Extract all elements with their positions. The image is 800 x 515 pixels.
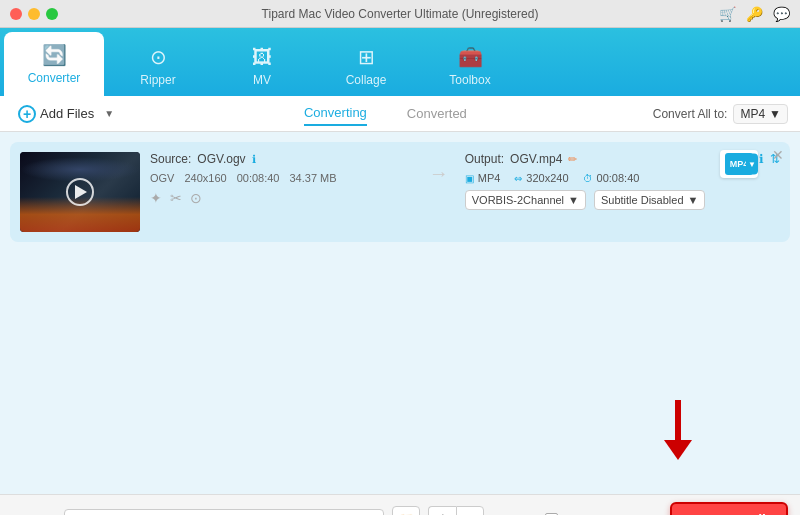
output-selects: VORBIS-2Channel ▼ Subtitle Disabled ▼ <box>465 190 780 210</box>
convert-all-to-value: MP4 <box>740 107 765 121</box>
settings-button[interactable]: ⚙ <box>428 506 456 516</box>
audio-option-label: VORBIS-2Channel <box>472 194 564 206</box>
chat-icon[interactable]: 💬 <box>773 6 790 22</box>
output-resolution-item: ⇔ 320x240 <box>514 172 568 184</box>
tab-mv[interactable]: 🖼 MV <box>212 36 312 96</box>
arrow-down-icon <box>664 440 692 460</box>
arrow-indicator <box>664 400 692 460</box>
output-format: MP4 <box>478 172 501 184</box>
audio-select-arrow: ▼ <box>568 194 579 206</box>
tab-toolbox[interactable]: 🧰 Toolbox <box>420 36 520 96</box>
output-filename: OGV.mp4 <box>510 152 562 166</box>
convert-all-to-dropdown-icon: ▼ <box>769 107 781 121</box>
close-window-button[interactable] <box>10 8 22 20</box>
settings-dropdown-button[interactable]: ▼ <box>456 506 484 516</box>
format-badge[interactable]: MP4 ▼ <box>720 150 758 178</box>
converted-tab[interactable]: Converted <box>407 102 467 125</box>
tab-mv-label: MV <box>253 73 271 87</box>
cart-icon[interactable]: 🛒 <box>719 6 736 22</box>
enhance-icon[interactable]: ✦ <box>150 190 162 206</box>
mv-icon: 🖼 <box>252 46 272 69</box>
source-label: Source: <box>150 152 191 166</box>
format-badge-dropdown[interactable]: ▼ <box>746 154 758 175</box>
key-icon[interactable]: 🔑 <box>746 6 763 22</box>
toolbox-icon: 🧰 <box>458 45 483 69</box>
clock-icon: ⏱ <box>583 173 593 184</box>
save-path-box[interactable]: /Users/ihappyacethinker/Movies/Converted… <box>64 509 384 516</box>
open-folder-button[interactable]: 📁 <box>392 506 420 516</box>
info-icon[interactable]: ℹ <box>252 153 256 166</box>
subtitle-select-arrow: ▼ <box>688 194 699 206</box>
file-meta: OGV 240x160 00:08:40 34.37 MB <box>150 172 413 184</box>
subtitle-select[interactable]: Subtitle Disabled ▼ <box>594 190 705 210</box>
tab-ripper[interactable]: ⊙ Ripper <box>108 36 208 96</box>
convert-all-to-label: Convert All to: <box>653 107 728 121</box>
tab-toolbox-label: Toolbox <box>449 73 490 87</box>
tab-converter[interactable]: 🔄 Converter <box>4 32 104 96</box>
arrow-section: → <box>423 162 455 185</box>
settings-group: ⚙ ▼ <box>428 506 484 516</box>
output-duration: 00:08:40 <box>597 172 640 184</box>
output-resolution: 320x240 <box>526 172 568 184</box>
bottom-bar: Save to: /Users/ihappyacethinker/Movies/… <box>0 494 800 515</box>
maximize-window-button[interactable] <box>46 8 58 20</box>
convert-arrow-icon: → <box>429 162 449 185</box>
convert-all-to-select[interactable]: MP4 ▼ <box>733 104 788 124</box>
arrow-shaft <box>675 400 681 440</box>
minimize-window-button[interactable] <box>28 8 40 20</box>
file-size: 34.37 MB <box>290 172 337 184</box>
subtitle-option-label: Subtitle Disabled <box>601 194 684 206</box>
source-filename: OGV.ogv <box>197 152 245 166</box>
collage-icon: ⊞ <box>358 45 375 69</box>
video-icon: ▣ <box>465 173 474 184</box>
convert-all-button[interactable]: Convert All <box>670 502 788 516</box>
output-info-icon[interactable]: ℹ <box>759 152 764 166</box>
add-files-button[interactable]: + Add Files <box>12 101 100 127</box>
add-files-label: Add Files <box>40 106 94 121</box>
tab-collage-label: Collage <box>346 73 387 87</box>
source-line: Source: OGV.ogv ℹ <box>150 152 413 166</box>
nav-tabs: 🔄 Converter ⊙ Ripper 🖼 MV ⊞ Collage 🧰 To… <box>0 28 800 96</box>
resolution-icon: ⇔ <box>514 173 522 184</box>
title-bar-actions: 🛒 🔑 💬 <box>719 6 790 22</box>
output-label: Output: <box>465 152 504 166</box>
audio-select[interactable]: VORBIS-2Channel ▼ <box>465 190 586 210</box>
close-item-button[interactable]: ✕ <box>772 148 784 162</box>
file-format: OGV <box>150 172 174 184</box>
cut-icon[interactable]: ✂ <box>170 190 182 206</box>
tab-ripper-label: Ripper <box>140 73 175 87</box>
output-duration-item: ⏱ 00:08:40 <box>583 172 640 184</box>
sub-toolbar: + Add Files ▼ Converting Converted Conve… <box>0 96 800 132</box>
converter-icon: 🔄 <box>42 43 67 67</box>
add-icon: + <box>18 105 36 123</box>
converting-tab[interactable]: Converting <box>304 101 367 126</box>
file-info-left: Source: OGV.ogv ℹ OGV 240x160 00:08:40 3… <box>150 152 413 206</box>
file-card: Source: OGV.ogv ℹ OGV 240x160 00:08:40 3… <box>10 142 790 242</box>
file-duration: 00:08:40 <box>237 172 280 184</box>
output-format-item: ▣ MP4 <box>465 172 501 184</box>
file-resolution: 240x160 <box>184 172 226 184</box>
app-title: Tipard Mac Video Converter Ultimate (Unr… <box>262 7 539 21</box>
window-controls <box>10 8 58 20</box>
tab-collage[interactable]: ⊞ Collage <box>316 36 416 96</box>
add-files-dropdown-button[interactable]: ▼ <box>100 106 118 121</box>
edit-icon[interactable]: ✏ <box>568 153 577 166</box>
ripper-icon: ⊙ <box>150 45 167 69</box>
play-icon <box>75 185 87 199</box>
sub-tabs: Converting Converted <box>118 101 653 126</box>
title-bar: Tipard Mac Video Converter Ultimate (Unr… <box>0 0 800 28</box>
file-thumbnail[interactable] <box>20 152 140 232</box>
play-button[interactable] <box>66 178 94 206</box>
file-actions: ✦ ✂ ⊙ <box>150 190 413 206</box>
effects-icon[interactable]: ⊙ <box>190 190 202 206</box>
tab-converter-label: Converter <box>28 71 81 85</box>
convert-all-to-area: Convert All to: MP4 ▼ <box>653 104 788 124</box>
